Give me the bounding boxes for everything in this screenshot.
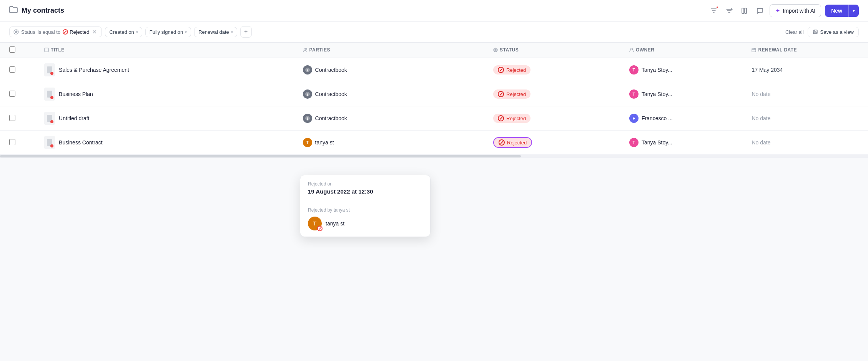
clear-all-button[interactable]: Clear all [785, 29, 804, 35]
import-with-ai-button[interactable]: ✦ Import with AI [770, 4, 821, 17]
owner-name-3: Tanya Stoy... [642, 139, 672, 146]
new-button-main[interactable]: New [825, 5, 848, 17]
contracts-table: Title Parties [0, 43, 868, 155]
status-filter-chip[interactable]: Status is equal to Rejected ✕ [9, 26, 102, 37]
th-parties: Parties [297, 43, 487, 58]
add-filter-button[interactable]: + [240, 26, 252, 38]
owner-avatar-3: T [629, 138, 639, 147]
owner-cell-2: F Francesco ... [623, 106, 746, 131]
row-checkbox[interactable] [9, 115, 15, 121]
contract-title-3: Business Contract [59, 139, 103, 146]
renewal-date-0: 17 May 2034 [752, 67, 783, 73]
horizontal-scrollbar[interactable] [0, 155, 868, 158]
renewal-date-3: No date [752, 139, 770, 146]
status-badge-0[interactable]: Rejected [493, 65, 530, 75]
th-parties-icon [303, 48, 308, 52]
status-badge-3[interactable]: Rejected [493, 137, 532, 148]
row-checkbox-cell[interactable] [0, 58, 38, 82]
table-body: Sales & Purchase Agreement i Contractboo… [0, 58, 868, 155]
folder-icon [9, 6, 18, 15]
renewal-date-label: Renewal date [198, 29, 229, 35]
owner-avatar-0: T [629, 65, 639, 75]
svg-point-10 [304, 48, 306, 50]
row-checkbox[interactable] [9, 139, 15, 145]
svg-text:i: i [307, 116, 308, 121]
party-name-2: Contractbook [315, 115, 347, 121]
renewal-cell-3: No date [745, 131, 868, 155]
party-avatar-3: T [303, 138, 312, 147]
party-cell-1: i Contractbook [297, 82, 487, 106]
status-badge-1[interactable]: Rejected [493, 89, 530, 99]
filter-bar: Status is equal to Rejected ✕ Created on… [0, 22, 868, 43]
status-filter-label: Status [21, 29, 35, 35]
renewal-cell-0: 17 May 2034 [745, 58, 868, 82]
select-all-checkbox[interactable] [9, 46, 15, 53]
contracts-table-wrapper: Title Parties [0, 43, 868, 158]
fully-signed-on-filter[interactable]: Fully signed on ▾ [145, 27, 191, 37]
fully-signed-on-caret: ▾ [185, 30, 187, 34]
party-avatar-1: i [303, 89, 312, 99]
th-title: Title [38, 43, 296, 58]
block-icon-0 [498, 67, 504, 73]
title-cell-3: Business Contract [38, 131, 296, 155]
row-checkbox[interactable] [9, 66, 15, 73]
doc-icon-1 [44, 88, 55, 101]
doc-icon-0 [44, 63, 55, 76]
doc-icon-3 [44, 136, 55, 149]
party-avatar-2: i [303, 114, 312, 123]
chat-icon-btn[interactable] [754, 5, 766, 17]
table-row[interactable]: Business Contract T tanya st Rejected [0, 131, 868, 155]
block-icon-small [63, 29, 68, 35]
renewal-date-1: No date [752, 91, 770, 97]
sparkle-icon: ✦ [775, 7, 780, 14]
save-as-view-button[interactable]: Save as a view [808, 27, 859, 37]
row-checkbox-cell[interactable] [0, 82, 38, 106]
page-title: My contracts [22, 7, 64, 15]
table-header-row: Title Parties [0, 43, 868, 58]
owner-cell-1: T Tanya Stoy... [623, 82, 746, 106]
table-row[interactable]: Business Plan i Contractbook Rejected [0, 82, 868, 106]
asterisk-icon [13, 29, 19, 35]
sort-icon-btn[interactable] [723, 5, 735, 17]
table-row[interactable]: Untitled draft i Contractbook Rejected [0, 106, 868, 131]
new-button-group: New ▾ [825, 5, 859, 17]
block-icon-2 [498, 115, 504, 121]
party-name-0: Contractbook [315, 67, 347, 73]
status-filter-close[interactable]: ✕ [91, 29, 98, 35]
status-text-2: Rejected [506, 116, 526, 121]
table-row[interactable]: Sales & Purchase Agreement i Contractboo… [0, 58, 868, 82]
status-cell-3: Rejected [487, 131, 623, 155]
created-on-label: Created on [109, 29, 134, 35]
th-title-icon [44, 48, 49, 52]
party-cell-3: T tanya st [297, 131, 487, 155]
renewal-date-filter[interactable]: Renewal date ▾ [194, 27, 237, 37]
save-view-icon [813, 29, 818, 35]
status-badge-2[interactable]: Rejected [493, 114, 530, 123]
owner-name-1: Tanya Stoy... [642, 91, 672, 97]
header-left: My contracts [9, 6, 64, 15]
svg-rect-18 [752, 48, 756, 52]
new-button-caret[interactable]: ▾ [848, 5, 859, 17]
svg-rect-1 [745, 8, 747, 13]
row-checkbox[interactable] [9, 91, 15, 97]
row-checkbox-cell[interactable] [0, 106, 38, 131]
filter-icon-wrapper [708, 5, 720, 17]
row-checkbox-cell[interactable] [0, 131, 38, 155]
renewal-date-caret: ▾ [231, 30, 233, 34]
filter-bar-right: Clear all Save as a view [785, 27, 859, 37]
doc-icon-2 [44, 112, 55, 125]
renewal-date-2: No date [752, 115, 770, 121]
party-cell-2: i Contractbook [297, 106, 487, 131]
svg-rect-0 [742, 8, 744, 13]
block-icon-1 [498, 91, 504, 97]
contract-title-2: Untitled draft [59, 115, 89, 121]
status-text-1: Rejected [506, 91, 526, 97]
header-actions: ✦ Import with AI New ▾ [708, 4, 859, 17]
th-renewal: Renewal date [745, 43, 868, 58]
status-cell-2: Rejected [487, 106, 623, 131]
created-on-filter[interactable]: Created on ▾ [105, 27, 142, 37]
import-btn-label: Import with AI [783, 8, 815, 14]
columns-icon-btn[interactable] [739, 5, 750, 17]
scrollbar-thumb[interactable] [0, 155, 521, 157]
rejected-value: Rejected [63, 29, 89, 35]
